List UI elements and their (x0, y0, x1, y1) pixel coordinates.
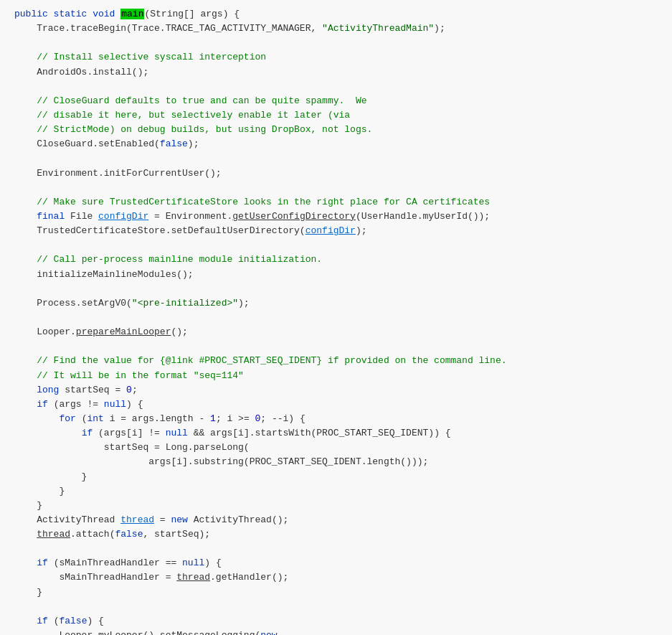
code-line-16: args[i].substring(PROC_START_SEQ_IDENT.l… (14, 455, 658, 469)
code-line-comment-4: // StrictMode) on debug builds, but usin… (14, 123, 658, 137)
code-line-3: AndroidOs.install(); (14, 65, 658, 80)
code-line-6: final File configDir = Environment.getUs… (14, 210, 658, 224)
code-line-18: } (14, 484, 658, 499)
code-line-13: for (int i = args.length - 1; i >= 0; --… (14, 412, 658, 426)
code-line-14: if (args[i] != null && args[i].startsWit… (14, 426, 658, 441)
code-line-7: TrustedCertificateStore.setDefaultUserDi… (14, 224, 658, 238)
code-line-comment-5: // Make sure TrustedCertificateStore loo… (14, 195, 658, 210)
code-line-21: thread.attach(false, startSeq); (14, 527, 658, 542)
code-line-25: if (false) { (14, 614, 658, 629)
code-line-comment-1: // Install selective syscall interceptio… (14, 50, 658, 65)
code-container: public static void main(String[] args) {… (0, 0, 672, 635)
code-line-blank-3 (14, 151, 658, 166)
code-line-blank-8 (14, 339, 658, 354)
code-line-blank-5 (14, 238, 658, 253)
code-line-blank-6 (14, 282, 658, 296)
code-line-23: sMainThreadHandler = thread.getHandler()… (14, 570, 658, 585)
code-line-17: } (14, 470, 658, 484)
code-line-24: } (14, 585, 658, 600)
code-line-19: } (14, 499, 658, 513)
code-line-blank-7 (14, 311, 658, 325)
code-line-12: if (args != null) { (14, 398, 658, 412)
code-line-2: Trace.traceBegin(Trace.TRACE_TAG_ACTIVIT… (14, 22, 658, 36)
code-line-10: Looper.prepareMainLooper(); (14, 325, 658, 339)
code-line-8: initializeMainlineModules(); (14, 268, 658, 282)
code-line-22: if (sMainThreadHandler == null) { (14, 556, 658, 570)
code-line-comment-3: // disable it here, but selectively enab… (14, 108, 658, 123)
code-line-comment-2: // CloseGuard defaults to true and can b… (14, 94, 658, 108)
code-line-20: ActivityThread thread = new ActivityThre… (14, 513, 658, 527)
code-line-blank-2 (14, 80, 658, 94)
code-line-4: CloseGuard.setEnabled(false); (14, 137, 658, 151)
code-line-comment-8: // It will be in the format "seq=114" (14, 369, 658, 383)
code-line-comment-6: // Call per-process mainline module init… (14, 253, 658, 267)
code-line-blank-1 (14, 36, 658, 50)
code-line-9: Process.setArgV0("<pre-initialized>"); (14, 296, 658, 311)
code-line-blank-4 (14, 181, 658, 195)
code-line-comment-7: // Find the value for {@link #PROC_START… (14, 354, 658, 368)
code-line-11: long startSeq = 0; (14, 383, 658, 398)
code-line-1: public static void main(String[] args) { (14, 7, 658, 22)
code-line-26: Looper.myLooper().setMessageLogging(new (14, 629, 658, 635)
code-line-blank-10 (14, 600, 658, 614)
code-line-15: startSeq = Long.parseLong( (14, 441, 658, 455)
code-line-5: Environment.initForCurrentUser(); (14, 166, 658, 181)
code-line-blank-9 (14, 542, 658, 556)
